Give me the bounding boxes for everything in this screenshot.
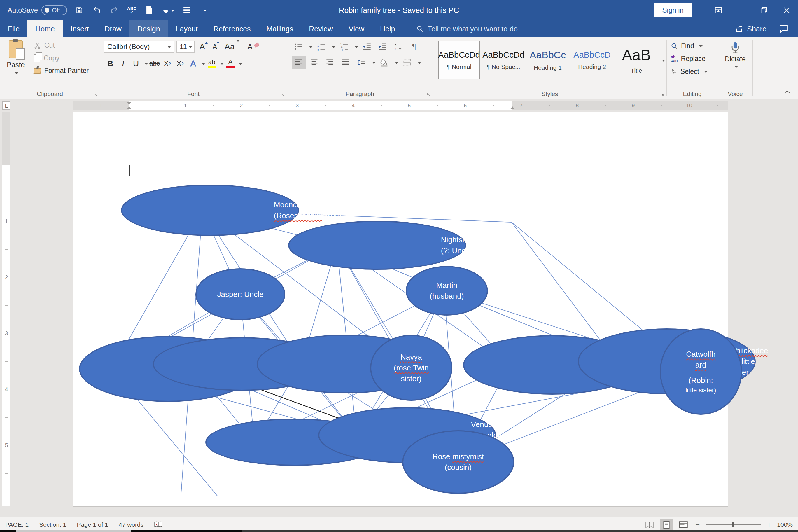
replace-button[interactable]: ab⤷ac Replace [671,55,718,63]
read-mode-button[interactable] [643,519,656,530]
strikethrough-button[interactable]: abc [149,57,161,70]
tab-design[interactable]: Design [130,20,168,37]
format-painter-button[interactable]: Format Painter [34,67,89,75]
superscript-button[interactable]: X2 [174,57,186,70]
zoom-level[interactable]: 100% [777,521,793,528]
qat-customize-button[interactable] [199,4,209,16]
tab-mailings[interactable]: Mailings [259,20,301,37]
status-section[interactable]: Section: 1 [39,521,66,528]
style-card-heading-2[interactable]: AaBbCcDHeading 2 [571,41,613,79]
styles-dialog-launcher[interactable] [660,92,664,96]
grow-font-button[interactable]: A [197,42,208,51]
family-node-moonchild[interactable]: Moonchild potter(Roseshadow: Mom [121,185,299,236]
autosave-pill[interactable]: Off [41,5,67,15]
align-left-button[interactable] [292,56,306,69]
tab-layout[interactable]: Layout [168,20,206,37]
line-spacing-button[interactable] [355,56,369,69]
tab-view[interactable]: View [341,20,372,37]
shading-button[interactable] [377,56,392,69]
tab-file[interactable]: File [0,20,27,37]
tab-stop-selector[interactable]: L [2,101,11,110]
ribbon-display-options-button[interactable] [707,0,730,20]
text-effects-button[interactable]: A [187,57,199,70]
zoom-slider[interactable] [705,525,761,525]
tab-references[interactable]: References [206,20,259,37]
zoom-in-button[interactable]: + [766,520,772,529]
select-button[interactable]: Select [671,68,718,76]
tab-draw[interactable]: Draw [97,20,130,37]
styles-gallery-more-button[interactable] [660,41,665,79]
save-button[interactable] [74,4,84,16]
vertical-ruler[interactable]: 12345 [2,112,11,506]
redo-button[interactable] [109,4,119,16]
font-color-button[interactable]: A [224,57,236,70]
status-word-count[interactable]: 47 words [119,521,144,528]
sign-in-button[interactable]: Sign in [654,3,692,17]
comments-button[interactable] [779,25,788,33]
numbered-list-button[interactable]: 123 [315,40,328,53]
status-page-of[interactable]: Page 1 of 1 [77,521,108,528]
find-button[interactable]: Find [671,42,718,50]
copy-button[interactable]: Copy [34,54,89,62]
right-indent-marker[interactable] [510,107,515,109]
change-case-button[interactable]: Aa [222,42,242,51]
multilevel-list-button[interactable]: 1ai [337,40,351,53]
bullet-list-button[interactable] [292,40,306,53]
tab-insert[interactable]: Insert [63,20,97,37]
style-card-heading-1[interactable]: AaBbCcHeading 1 [527,41,568,79]
style-card-normal[interactable]: AaBbCcDd¶ Normal [438,41,480,79]
align-right-button[interactable] [323,56,337,69]
shrink-font-button[interactable]: A [210,43,220,51]
new-document-button[interactable] [144,4,155,16]
font-name-combobox[interactable]: Calibri (Body) [104,41,174,53]
web-layout-button[interactable] [677,519,689,530]
autosave-toggle[interactable]: AutoSave Off [7,5,67,15]
collapse-ribbon-button[interactable] [783,88,791,96]
style-card-title[interactable]: AaBTitle [616,41,657,79]
clipboard-dialog-launcher[interactable] [94,92,98,96]
family-node-jasper[interactable]: Jasper: Uncle [195,268,285,320]
italic-button[interactable]: I [117,57,129,70]
dictate-button[interactable]: Dictate [718,37,753,69]
left-indent-marker[interactable] [127,107,132,109]
sort-button[interactable]: AZ [392,40,405,53]
print-layout-button[interactable] [660,519,672,530]
family-node-nightshade[interactable]: Nightshade ray(?: Uncle [288,221,466,270]
family-node-navya[interactable]: Navya(rose:Twinsister) [370,335,452,401]
minimize-button[interactable] [730,0,753,20]
spellcheck-button[interactable]: ABC✓ [127,4,137,16]
tab-review[interactable]: Review [301,20,341,37]
proofing-errors-button[interactable] [154,521,163,528]
decrease-indent-button[interactable] [360,40,374,53]
clear-formatting-button[interactable]: A [245,42,255,51]
share-button[interactable]: Share [735,25,766,33]
increase-indent-button[interactable] [376,40,390,53]
tab-home[interactable]: Home [27,20,63,37]
bold-button[interactable]: B [104,57,116,70]
close-button[interactable] [775,0,798,20]
first-line-indent-marker[interactable] [127,102,132,105]
show-paragraph-marks-button[interactable]: ¶ [407,40,421,53]
tell-me-search[interactable]: Tell me what you want to do [416,20,518,37]
highlight-color-button[interactable]: ab [206,57,218,70]
zoom-slider-thumb[interactable] [732,522,735,527]
restore-button[interactable] [753,0,775,20]
cut-button[interactable]: Cut [34,41,89,49]
paragraph-dialog-launcher[interactable] [427,92,431,96]
family-node-martin[interactable]: Martin(husband) [406,266,488,316]
family-node-catwolfhard[interactable]: Catwolfhard(Robin:little sister) [660,328,742,415]
font-size-combobox[interactable]: 11 [176,41,194,53]
horizontal-ruler[interactable]: 112345678910 [73,101,728,110]
align-center-button[interactable] [307,56,321,69]
underline-button[interactable]: U [130,57,142,70]
zoom-out-button[interactable]: − [694,520,701,529]
family-node-rose[interactable]: Rose mistymist(cousin) [402,430,514,494]
paste-button[interactable]: Paste [3,40,28,75]
undo-button[interactable] [92,4,102,16]
reading-list-button[interactable] [182,4,192,16]
status-page[interactable]: PAGE: 1 [5,521,28,528]
touch-mode-button[interactable] [162,4,174,16]
tab-help[interactable]: Help [372,20,403,37]
font-dialog-launcher[interactable] [281,92,285,96]
borders-button[interactable] [400,56,414,69]
